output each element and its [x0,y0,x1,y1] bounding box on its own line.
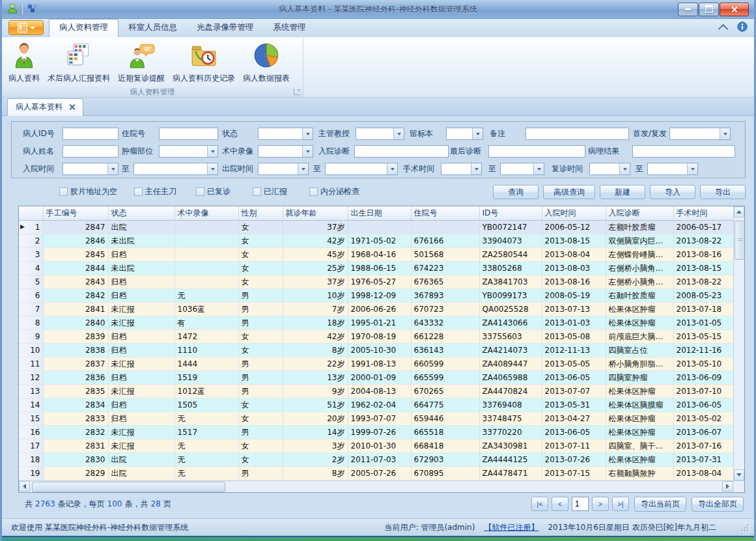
cell-admit-diagnosis[interactable]: 松果体区肿瘤 [606,412,673,426]
cell-admit-diagnosis[interactable]: 四脑室占位 [606,344,673,357]
cell-status[interactable]: 归档 [108,289,175,303]
cell-admission-no[interactable]: 660599 [411,357,479,371]
cell-video[interactable]: 无 [175,412,238,426]
cell-manual-no[interactable]: 2847 [43,221,108,234]
cell-admit-diagnosis[interactable]: 松果体区肿瘤 [606,316,673,330]
cell-status[interactable]: 归档 [108,330,175,344]
cell-status[interactable]: 归档 [108,412,175,426]
cell-age[interactable]: 3岁 [283,439,348,453]
cell-admit-diagnosis[interactable]: 四脑室肿瘤 [606,371,673,385]
cell-birth-date[interactable]: 1998-12-09 [348,289,411,303]
chevron-down-icon[interactable] [533,163,544,174]
cell-surgery-date[interactable]: 2008-05-23 [673,289,733,303]
cell-admission-no[interactable]: 659446 [411,412,479,426]
chevron-down-icon[interactable] [619,163,630,174]
cell-admit-diagnosis[interactable]: 右侧桥小脑角... [606,262,673,275]
cell-manual-no[interactable]: 2833 [43,412,108,426]
row-number-cell[interactable]: 12 [19,371,43,385]
close-tab-icon[interactable] [69,104,75,110]
application-menu-button[interactable] [8,20,44,35]
cell-id-no[interactable]: 33755603 [479,330,542,344]
row-number-cell[interactable]: 5 [19,275,43,289]
cell-id-no[interactable]: 33904073 [479,234,542,248]
column-header-id-no[interactable]: ID号 [479,206,542,221]
table-row[interactable]: 42844未出院女25岁1988-06-15674223338052682013… [19,262,733,275]
cell-video[interactable]: 1012蓝 [175,385,238,398]
cell-admit-date[interactable]: 2013-05-08 [542,330,606,344]
filter-input-r1-1[interactable] [159,128,218,140]
cell-age[interactable]: 18岁 [283,316,348,330]
filter-combo-r1-4[interactable] [446,128,483,140]
ribbon-tab-system-management[interactable]: 系统管理 [264,20,316,36]
cell-birth-date[interactable]: 2000-01-09 [348,371,411,385]
chevron-down-icon[interactable] [387,163,397,174]
cell-surgery-date[interactable]: 2012-11-16 [673,344,733,357]
filter-combo-r3-1[interactable] [133,163,218,175]
cell-manual-no[interactable]: 2844 [43,262,108,275]
cell-status[interactable]: 归档 [108,248,175,262]
row-number-cell[interactable]: 17 [19,439,43,453]
cell-admit-date[interactable]: 2013-08-15 [542,234,606,248]
ribbon-tab-patient-management[interactable]: 病人资料管理 [49,19,119,37]
cell-admit-date[interactable]: 2006-05-12 [542,221,606,234]
filter-input-r2-3[interactable] [354,145,449,158]
cell-id-no[interactable]: YB0099173 [479,289,542,303]
table-row[interactable]: 82840未汇报有男18岁1995-01-21643332ZA414306620… [19,316,733,330]
page-number-input[interactable] [572,497,589,511]
column-header-admit-diagnosis[interactable]: 入院诊断 [606,206,673,221]
cell-admit-date[interactable]: 2013-06-05 [542,426,606,439]
table-row[interactable]: 152833归档无女20岁1993-07-0765944633748475201… [19,412,733,426]
cell-id-no[interactable]: ZA3430981 [479,439,542,453]
cell-gender[interactable]: 男 [238,289,283,303]
cell-manual-no[interactable]: 2846 [43,234,108,248]
cell-admission-no[interactable]: 665518 [411,426,479,439]
export-button[interactable]: 导出 [700,185,746,199]
cell-video[interactable]: 有 [175,316,238,330]
cell-surgery-date[interactable]: 2013-06-05 [673,398,733,412]
cell-age[interactable]: 8岁 [283,467,348,480]
last-page-button[interactable]: >| [612,497,629,511]
cell-admission-no[interactable]: 672903 [411,453,479,467]
cell-status[interactable]: 出院 [108,467,175,480]
cell-admission-no[interactable]: 501568 [411,248,479,262]
chevron-down-icon[interactable] [107,163,118,174]
cell-admit-diagnosis[interactable]: 左侧蝶骨嵴脑... [606,248,673,262]
chevron-down-icon[interactable] [302,128,313,139]
chevron-down-icon[interactable] [207,163,217,174]
cell-status[interactable]: 未出院 [108,234,175,248]
cell-id-no[interactable]: 33770220 [479,426,542,439]
cell-manual-no[interactable]: 2834 [43,398,108,412]
cell-gender[interactable]: 女 [238,262,283,275]
first-page-button[interactable]: |< [531,497,548,511]
cell-status[interactable]: 归档 [108,398,175,412]
row-number-cell[interactable]: 9 [19,330,43,344]
cell-manual-no[interactable]: 2831 [43,439,108,453]
new-record-button[interactable]: 新建 [600,185,645,199]
cell-video[interactable]: 无 [175,289,238,303]
cell-id-no[interactable]: ZA2580544 [479,248,542,262]
cell-gender[interactable]: 女 [238,221,283,234]
row-number-cell[interactable]: 15 [19,412,43,426]
cell-video[interactable] [175,262,238,275]
cell-video[interactable]: 1036蓝 [175,303,238,316]
checkbox-icon[interactable] [134,187,143,196]
close-button[interactable] [720,3,749,16]
table-row[interactable]: 32845归档女45岁1968-04-16501568ZA25805442013… [19,248,733,262]
filter-input-r2-5[interactable] [632,145,735,158]
filter-checkbox-2[interactable]: 已复诊 [196,186,231,197]
cell-birth-date[interactable]: 1999-07-26 [348,426,411,439]
cell-gender[interactable]: 女 [238,275,283,289]
cell-video[interactable] [175,275,238,289]
cell-video[interactable] [175,221,238,234]
cell-surgery-date[interactable]: 2013-08-22 [673,275,733,289]
cell-gender[interactable]: 男 [238,467,283,480]
cell-admit-date[interactable]: 2013-06-05 [542,371,606,385]
cell-admission-no[interactable]: 676166 [411,234,479,248]
table-row[interactable]: 22846未出院女42岁1971-05-02676166339040732013… [19,234,733,248]
cell-admit-diagnosis[interactable]: 四脑室、脑干... [606,439,673,453]
filter-combo-r3-2[interactable] [258,163,309,175]
table-row[interactable]: 102838归档1110女8岁2005-10-30636143ZA4214073… [19,344,733,357]
table-row[interactable]: 52843归档女37岁1976-05-27676365ZA38417032013… [19,275,733,289]
cell-age[interactable]: 45岁 [283,248,348,262]
cell-id-no[interactable]: QA0025528 [479,303,542,316]
